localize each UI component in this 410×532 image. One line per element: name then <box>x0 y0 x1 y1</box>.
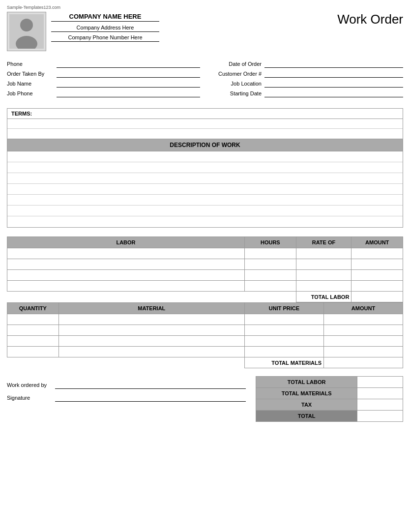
totals-materials-row: TOTAL MATERIALS <box>256 388 403 399</box>
company-address: Company Address Here <box>51 24 159 32</box>
total-labor-label: TOTAL LABOR <box>296 292 351 302</box>
mat-row-1[interactable] <box>7 314 403 325</box>
labor-r2-amount[interactable] <box>351 259 403 270</box>
total-materials-value[interactable] <box>323 357 403 368</box>
mat-r4-qty[interactable] <box>7 347 59 357</box>
mat-r3-unitprice[interactable] <box>244 336 323 347</box>
desc-row-2[interactable] <box>7 162 403 173</box>
desc-row-4[interactable] <box>7 184 403 195</box>
desc-row-7[interactable] <box>7 216 403 227</box>
totals-labor-label: TOTAL LABOR <box>256 377 357 388</box>
job-name-input[interactable] <box>57 80 200 88</box>
totals-total-value[interactable] <box>357 411 403 422</box>
labor-r2-rate[interactable] <box>296 259 351 270</box>
mat-r3-material[interactable] <box>59 336 244 347</box>
labor-r1-amount[interactable] <box>351 248 403 259</box>
total-labor-value[interactable] <box>351 292 403 302</box>
customer-order-input[interactable] <box>264 70 403 78</box>
labor-row-4[interactable] <box>7 281 403 292</box>
date-order-row: Date of Order <box>210 60 403 68</box>
labor-r1-hours[interactable] <box>245 248 296 259</box>
starting-date-row: Starting Date <box>210 89 403 97</box>
mat-r3-amount[interactable] <box>323 336 403 347</box>
labor-col-amount: AMOUNT <box>351 237 403 248</box>
total-materials-row: TOTAL MATERIALS <box>7 357 403 368</box>
desc-header: DESCRIPTION OF WORK <box>7 139 403 151</box>
work-ordered-label: Work ordered by <box>7 382 51 388</box>
labor-r4-amount[interactable] <box>351 281 403 292</box>
mat-r2-qty[interactable] <box>7 325 59 336</box>
desc-row-1[interactable] <box>7 151 403 162</box>
order-taken-input[interactable] <box>57 70 200 78</box>
desc-row-6[interactable] <box>7 206 403 216</box>
mat-row-4[interactable] <box>7 347 403 357</box>
labor-row-3[interactable] <box>7 270 403 281</box>
mat-row-3[interactable] <box>7 336 403 347</box>
watermark: Sample-Templates123.com <box>7 5 403 10</box>
mat-r2-amount[interactable] <box>323 325 403 336</box>
company-info: COMPANY NAME HERE Company Address Here C… <box>51 12 159 43</box>
labor-r3-hours[interactable] <box>245 270 296 281</box>
labor-r4-rate[interactable] <box>296 281 351 292</box>
mat-r2-unitprice[interactable] <box>244 325 323 336</box>
order-taken-row: Order Taken By <box>7 70 200 78</box>
totals-materials-label: TOTAL MATERIALS <box>256 388 357 399</box>
phone-row: Phone <box>7 60 200 68</box>
labor-r3-desc[interactable] <box>7 270 245 281</box>
mat-col-amount: AMOUNT <box>323 303 403 314</box>
desc-rows <box>7 151 403 228</box>
labor-r2-desc[interactable] <box>7 259 245 270</box>
labor-r3-rate[interactable] <box>296 270 351 281</box>
labor-r2-hours[interactable] <box>245 259 296 270</box>
mat-r1-unitprice[interactable] <box>244 314 323 325</box>
mat-r4-amount[interactable] <box>323 347 403 357</box>
totals-labor-value[interactable] <box>357 377 403 388</box>
terms-section: TERMS: <box>7 108 403 139</box>
header-left: COMPANY NAME HERE Company Address Here C… <box>7 12 159 51</box>
mat-col-unitprice: UNIT PRICE <box>244 303 323 314</box>
mat-r2-material[interactable] <box>59 325 244 336</box>
mat-col-qty: QUANTITY <box>7 303 59 314</box>
mat-r4-unitprice[interactable] <box>244 347 323 357</box>
mat-r1-material[interactable] <box>59 314 244 325</box>
mat-row-2[interactable] <box>7 325 403 336</box>
labor-r1-desc[interactable] <box>7 248 245 259</box>
job-name-row: Job Name <box>7 80 200 88</box>
terms-row-1[interactable] <box>7 119 403 129</box>
job-name-label: Job Name <box>7 81 54 87</box>
company-phone: Company Phone Number Here <box>51 33 159 42</box>
signature-row: Signature <box>7 394 246 402</box>
date-order-input[interactable] <box>264 60 403 68</box>
mat-r1-qty[interactable] <box>7 314 59 325</box>
labor-r4-hours[interactable] <box>245 281 296 292</box>
mat-r4-material[interactable] <box>59 347 244 357</box>
signature-input[interactable] <box>55 394 246 402</box>
job-location-label: Job Location <box>210 81 262 87</box>
desc-row-3[interactable] <box>7 173 403 184</box>
labor-row-2[interactable] <box>7 259 403 270</box>
totals-materials-value[interactable] <box>357 388 403 399</box>
starting-date-input[interactable] <box>264 89 403 97</box>
starting-date-label: Starting Date <box>210 90 262 96</box>
mat-r1-amount[interactable] <box>323 314 403 325</box>
labor-col-rate: RATE OF <box>296 237 351 248</box>
phone-input[interactable] <box>57 60 200 68</box>
labor-row-1[interactable] <box>7 248 403 259</box>
labor-r3-amount[interactable] <box>351 270 403 281</box>
terms-row-2[interactable] <box>7 129 403 139</box>
labor-r4-desc[interactable] <box>7 281 245 292</box>
labor-table: LABOR HOURS RATE OF AMOUNT <box>7 236 403 302</box>
labor-r1-rate[interactable] <box>296 248 351 259</box>
labor-col-hours: HOURS <box>245 237 296 248</box>
avatar <box>7 12 46 51</box>
mat-r3-qty[interactable] <box>7 336 59 347</box>
form-right: Date of Order Customer Order # Job Locat… <box>210 60 403 99</box>
total-labor-row: TOTAL LABOR <box>7 292 403 302</box>
materials-table: QUANTITY MATERIAL UNIT PRICE AMOUNT <box>7 302 403 368</box>
job-location-input[interactable] <box>264 80 403 88</box>
totals-tax-value[interactable] <box>357 399 403 411</box>
work-ordered-input[interactable] <box>55 381 246 389</box>
desc-row-5[interactable] <box>7 195 403 206</box>
totals-section: TOTAL LABOR TOTAL MATERIALS TAX TOTAL <box>256 376 403 422</box>
job-phone-input[interactable] <box>57 89 200 97</box>
